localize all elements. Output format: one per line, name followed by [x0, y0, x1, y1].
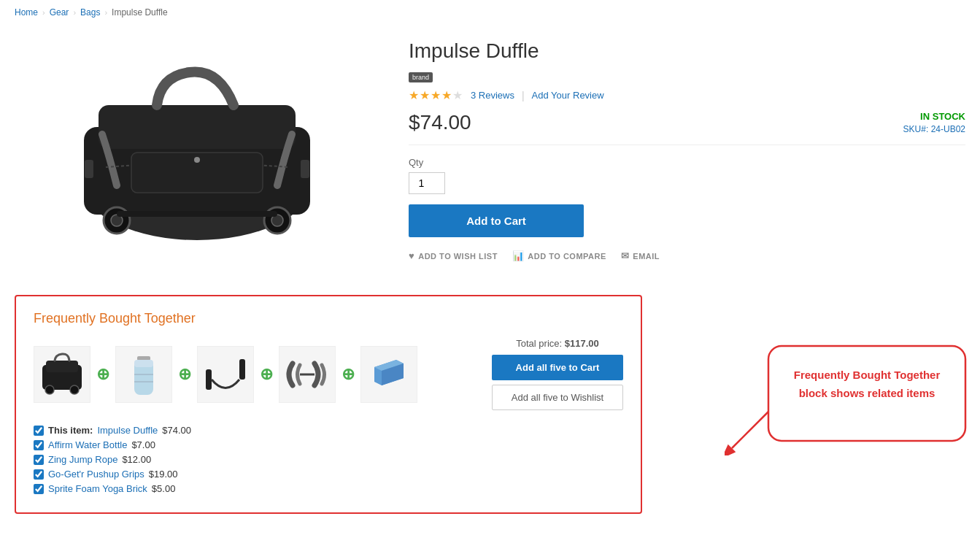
- review-sep: |: [522, 90, 525, 101]
- svg-rect-21: [206, 369, 212, 390]
- fbt-item-price-5: $5.00: [152, 483, 176, 494]
- fbt-item-price-3: $12.00: [122, 454, 151, 465]
- sku: SKU#: 24-UB02: [903, 124, 965, 134]
- fbt-item-3: [197, 346, 254, 403]
- svg-point-14: [45, 385, 54, 394]
- fbt-list-item-5: Sprite Foam Yoga Brick $5.00: [34, 483, 623, 494]
- breadcrumb-gear[interactable]: Gear: [50, 7, 69, 18]
- fbt-checkbox-3[interactable]: [34, 455, 44, 465]
- sku-value: 24-UB02: [931, 124, 965, 134]
- add-to-compare-link[interactable]: 📊 ADD TO COMPARE: [512, 250, 606, 261]
- action-links: ♥ ADD TO WISH LIST 📊 ADD TO COMPARE ✉ EM…: [409, 250, 965, 261]
- fbt-total: Total price: $117.00: [492, 338, 623, 349]
- callout-arrow-svg: Frequently Bought Together block shows r…: [725, 339, 973, 455]
- fbt-item-1: [34, 346, 90, 403]
- fbt-checkbox-2[interactable]: [34, 440, 44, 450]
- review-count-link[interactable]: 3 Reviews: [471, 90, 514, 101]
- fbt-right-panel: Total price: $117.00 Add all five to Car…: [477, 338, 623, 410]
- breadcrumb-sep-2: ›: [73, 8, 76, 17]
- fbt-item-link-5[interactable]: Sprite Foam Yoga Brick: [48, 483, 147, 494]
- fbt-checkbox-1[interactable]: [34, 426, 44, 436]
- fbt-img-5: [360, 346, 417, 403]
- email-icon: ✉: [621, 250, 630, 261]
- fbt-items-list: This item: Impulse Duffle $74.00 Affirm …: [34, 425, 623, 494]
- fbt-item-link-3[interactable]: Zing Jump Rope: [48, 454, 117, 465]
- fbt-img-3: [197, 346, 254, 403]
- svg-rect-13: [46, 361, 78, 372]
- qty-input[interactable]: [409, 172, 445, 194]
- breadcrumb-sep-3: ›: [104, 8, 107, 17]
- fbt-img-2: [115, 346, 172, 403]
- svg-text:block shows related items: block shows related items: [799, 387, 935, 399]
- svg-rect-9: [117, 211, 277, 217]
- add-to-wishlist-link[interactable]: ♥ ADD TO WISH LIST: [409, 250, 498, 261]
- fbt-section: Frequently Bought Together: [15, 295, 642, 514]
- stock-status: IN STOCK: [903, 111, 965, 122]
- fbt-img-1: [34, 346, 90, 403]
- svg-point-15: [70, 385, 79, 394]
- fbt-list-item-3: Zing Jump Rope $12.00: [34, 454, 623, 465]
- fbt-item-link-1[interactable]: Impulse Duffle: [97, 425, 158, 436]
- email-link[interactable]: ✉ EMAIL: [621, 250, 660, 261]
- breadcrumb-sep-1: ›: [42, 8, 45, 17]
- fbt-plus-1: ⊕: [96, 365, 109, 384]
- svg-rect-22: [239, 359, 245, 380]
- product-title: Impulse Duffle: [409, 39, 965, 63]
- add-review-link[interactable]: Add Your Review: [532, 90, 604, 101]
- fbt-item-price-4: $19.00: [149, 469, 178, 480]
- callout-wrapper: Frequently Bought Together block shows r…: [725, 339, 973, 458]
- fbt-list-item-2: Affirm Water Bottle $7.00: [34, 439, 623, 450]
- fbt-item-2: [115, 346, 172, 403]
- fbt-plus-2: ⊕: [178, 365, 191, 384]
- compare-icon: 📊: [512, 250, 525, 261]
- breadcrumb-home[interactable]: Home: [15, 7, 38, 18]
- fbt-products-row: ⊕ ⊕: [34, 338, 623, 410]
- breadcrumb-current: Impulse Duffle: [112, 7, 167, 18]
- fbt-title: Frequently Bought Together: [34, 311, 623, 326]
- star-rating: ★★★★★: [409, 88, 463, 102]
- fbt-plus-3: ⊕: [260, 365, 273, 384]
- stock-sku: IN STOCK SKU#: 24-UB02: [903, 111, 965, 134]
- breadcrumb: Home › Gear › Bags › Impulse Duffle: [15, 7, 965, 18]
- breadcrumb-bags[interactable]: Bags: [80, 7, 100, 18]
- svg-rect-10: [85, 160, 93, 178]
- qty-label: Qty: [409, 157, 965, 168]
- heart-icon: ♥: [409, 250, 414, 261]
- svg-rect-11: [301, 160, 309, 178]
- fbt-add-cart-button[interactable]: Add all five to Cart: [492, 355, 623, 380]
- fbt-add-wishlist-button[interactable]: Add all five to Wishlist: [492, 385, 623, 410]
- fbt-item-price-2: $7.00: [131, 439, 155, 450]
- fbt-list-item-4: Go-Get'r Pushup Grips $19.00: [34, 469, 623, 480]
- rating-row: ★★★★★ 3 Reviews | Add Your Review: [409, 88, 965, 102]
- fbt-checkbox-4[interactable]: [34, 469, 44, 480]
- fbt-item-5: [360, 346, 417, 403]
- svg-text:Frequently Bought Together: Frequently Bought Together: [794, 369, 941, 381]
- fbt-item-link-4[interactable]: Go-Get'r Pushup Grips: [48, 469, 144, 480]
- add-to-cart-button[interactable]: Add to Cart: [409, 204, 584, 237]
- svg-rect-2: [99, 105, 296, 149]
- fbt-item-link-2[interactable]: Affirm Water Bottle: [48, 439, 127, 450]
- svg-rect-18: [134, 360, 153, 367]
- product-image-container: [15, 32, 379, 266]
- fbt-total-price: $117.00: [565, 338, 599, 349]
- fbt-item-4: [279, 346, 336, 403]
- fbt-checkbox-5[interactable]: [34, 484, 44, 494]
- product-info: Impulse Duffle brand ★★★★★ 3 Reviews | A…: [409, 32, 965, 266]
- svg-point-4: [194, 157, 200, 163]
- fbt-img-4: [279, 346, 336, 403]
- product-image: [44, 32, 350, 266]
- fbt-item-price-1: $74.00: [162, 425, 191, 436]
- fbt-plus-4: ⊕: [342, 365, 355, 384]
- product-price: $74.00: [409, 111, 471, 134]
- brand-logo: brand: [409, 72, 433, 82]
- price-stock-row: $74.00 IN STOCK SKU#: 24-UB02: [409, 111, 965, 145]
- fbt-list-item-1: This item: Impulse Duffle $74.00: [34, 425, 623, 436]
